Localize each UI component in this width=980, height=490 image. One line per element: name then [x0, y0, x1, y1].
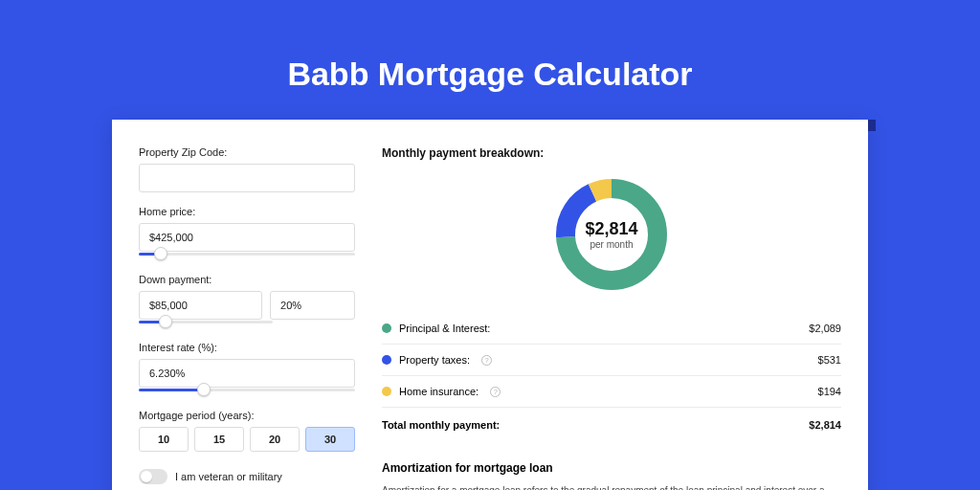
zip-input[interactable] — [139, 164, 355, 192]
mortgage-period-group: 10 15 20 30 — [139, 427, 355, 452]
legend-row-total: Total monthly payment: $2,814 — [382, 408, 841, 440]
legend-row-insurance: Home insurance: ? $194 — [382, 376, 841, 408]
legend-label-insurance: Home insurance: — [399, 386, 479, 397]
amortization-body: Amortization for a mortgage loan refers … — [382, 484, 841, 490]
total-value: $2,814 — [809, 419, 841, 431]
home-price-slider[interactable] — [139, 251, 355, 260]
down-payment-slider-thumb[interactable] — [159, 315, 172, 328]
legend-dot-principal — [382, 323, 391, 333]
interest-rate-slider-thumb[interactable] — [197, 383, 211, 396]
donut-center-value: $2,814 — [585, 219, 637, 239]
down-payment-pct-input[interactable] — [270, 291, 355, 320]
down-payment-label: Down payment: — [139, 274, 355, 285]
zip-label: Property Zip Code: — [139, 146, 355, 158]
legend-dot-taxes — [382, 355, 391, 365]
page-title: Babb Mortgage Calculator — [287, 56, 692, 93]
input-panel: Property Zip Code: Home price: Down paym… — [139, 146, 372, 490]
period-option-20[interactable]: 20 — [250, 427, 300, 452]
down-payment-slider[interactable] — [139, 319, 273, 328]
legend-value-insurance: $194 — [818, 386, 841, 397]
period-option-10[interactable]: 10 — [139, 427, 189, 452]
home-price-label: Home price: — [139, 206, 355, 217]
legend-value-principal: $2,089 — [809, 323, 841, 334]
donut-center-sub: per month — [590, 239, 633, 250]
legend-row-principal: Principal & Interest: $2,089 — [382, 313, 841, 345]
results-panel: Monthly payment breakdown: $2,814 per mo… — [372, 146, 841, 490]
home-price-input[interactable] — [139, 223, 355, 252]
legend-value-taxes: $531 — [818, 354, 841, 366]
breakdown-title: Monthly payment breakdown: — [382, 146, 841, 160]
info-icon[interactable]: ? — [490, 387, 501, 397]
interest-rate-slider[interactable] — [139, 387, 355, 396]
total-label: Total monthly payment: — [382, 419, 500, 431]
amortization-title: Amortization for mortgage loan — [382, 461, 841, 475]
period-option-30[interactable]: 30 — [305, 427, 355, 452]
card-shadow-stripe — [868, 120, 876, 131]
interest-rate-slider-fill — [139, 389, 204, 391]
legend-label-taxes: Property taxes: — [399, 354, 470, 366]
interest-rate-input[interactable] — [139, 359, 355, 388]
veteran-toggle[interactable] — [139, 469, 167, 484]
home-price-slider-thumb[interactable] — [154, 247, 167, 260]
legend-label-principal: Principal & Interest: — [399, 323, 490, 334]
payment-donut-chart: $2,814 per month — [550, 173, 673, 296]
calculator-card: Property Zip Code: Home price: Down paym… — [112, 120, 868, 490]
veteran-toggle-knob — [141, 471, 152, 482]
legend-dot-insurance — [382, 387, 391, 396]
veteran-label: I am veteran or military — [175, 471, 282, 482]
mortgage-period-label: Mortgage period (years): — [139, 410, 355, 421]
interest-rate-label: Interest rate (%): — [139, 342, 355, 353]
down-payment-input[interactable] — [139, 291, 262, 320]
info-icon[interactable]: ? — [481, 355, 492, 366]
period-option-15[interactable]: 15 — [194, 427, 244, 452]
legend-row-taxes: Property taxes: ? $531 — [382, 345, 841, 376]
